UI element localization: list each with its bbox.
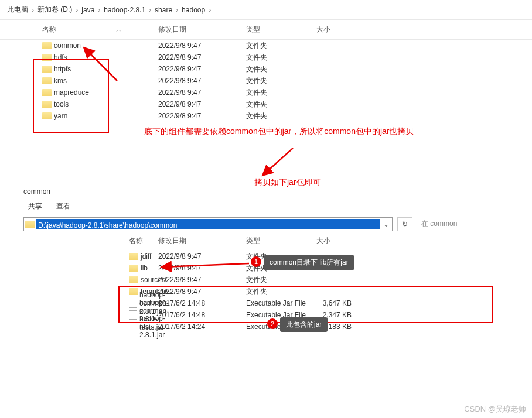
table-row[interactable]: httpfs 2022/9/8 9:47 文件夹: [0, 63, 532, 75]
column-name-header[interactable]: 名称: [0, 236, 152, 246]
chevron-right-icon: ›: [175, 6, 179, 14]
file-date: 2017/6/2 14:48: [152, 311, 240, 319]
file-date: 2017/6/2 14:24: [152, 323, 240, 331]
column-date-header[interactable]: 修改日期: [152, 25, 240, 35]
file-list-top: 名称 ︿ 修改日期 类型 大小 common 2022/9/8 9:47 文件夹…: [0, 20, 532, 122]
folder-icon: [129, 253, 138, 260]
file-name: httpfs: [54, 65, 71, 73]
callout-label-1: common目录下 lib所有jar: [264, 255, 354, 270]
file-name: jdiff: [141, 252, 151, 261]
tab-share[interactable]: 共享: [28, 201, 42, 211]
crumb-item[interactable]: share: [152, 5, 175, 15]
file-name: yarn: [54, 112, 67, 120]
tab-view[interactable]: 查看: [56, 201, 70, 211]
file-icon: [129, 322, 137, 331]
file-type: 文件夹: [240, 100, 311, 109]
file-type: 文件夹: [240, 64, 311, 74]
file-type: 文件夹: [240, 53, 311, 63]
chevron-down-icon[interactable]: ⌄: [380, 220, 392, 228]
file-date: 2022/9/8 9:47: [152, 77, 240, 85]
crumb-item[interactable]: hadoop-2.8.1: [101, 5, 148, 15]
file-list-bottom: 名称 修改日期 类型 大小 jdiff 2022/9/8 9:47 文件夹 li…: [0, 231, 532, 333]
bottom-explorer-window: common 共享 查看 D:\java\hadoop-2.8.1\share\…: [0, 180, 532, 333]
top-explorer-window: 此电脑 › 新加卷 (D:) › java › hadoop-2.8.1 › s…: [0, 0, 532, 122]
breadcrumb[interactable]: 此电脑 › 新加卷 (D:) › java › hadoop-2.8.1 › s…: [0, 0, 532, 20]
address-bar[interactable]: D:\java\hadoop-2.8.1\share\hadoop\common…: [23, 217, 393, 231]
file-type: 文件夹: [240, 287, 311, 297]
folder-icon: [129, 265, 138, 272]
table-header: 名称 ︿ 修改日期 类型 大小: [0, 20, 532, 40]
chevron-right-icon: ›: [97, 6, 101, 14]
folder-icon: [42, 89, 52, 96]
search-input[interactable]: 在 common: [417, 217, 523, 231]
table-header: 名称 修改日期 类型 大小: [0, 231, 532, 251]
address-bar-row: D:\java\hadoop-2.8.1\share\hadoop\common…: [0, 217, 532, 231]
file-date: 2022/9/8 9:47: [152, 53, 240, 61]
folder-icon: [42, 101, 52, 108]
svg-line-1: [264, 148, 293, 174]
file-name: mapreduce: [54, 88, 89, 97]
crumb-item[interactable]: 此电脑: [5, 4, 30, 16]
refresh-button[interactable]: ↻: [397, 217, 412, 231]
crumb-item[interactable]: hadoop: [179, 5, 207, 15]
table-row[interactable]: sources 2022/9/8 9:47 文件夹: [0, 274, 532, 286]
address-text[interactable]: D:\java\hadoop-2.8.1\share\hadoop\common: [36, 219, 380, 229]
file-name: hdfs: [54, 53, 67, 61]
table-row[interactable]: hadoop-nfs-2.8.1.jar 2017/6/2 14:24 Exec…: [0, 321, 532, 333]
watermark: CSDN @吴琼老师: [464, 404, 526, 414]
file-date: 2022/9/8 9:47: [152, 112, 240, 120]
file-date: 2022/9/8 9:47: [152, 252, 240, 261]
table-row[interactable]: common 2022/9/8 9:47 文件夹: [0, 40, 532, 52]
file-type: 文件夹: [240, 111, 311, 121]
column-type-header[interactable]: 类型: [240, 236, 311, 246]
file-name: tools: [54, 100, 69, 108]
file-date: 2022/9/8 9:47: [152, 276, 240, 284]
file-date: 2022/9/8 9:47: [152, 100, 240, 108]
file-date: 2022/9/8 9:47: [152, 264, 240, 272]
callout-label-2: 此包含的jar: [280, 317, 328, 332]
file-name: common: [54, 42, 81, 50]
column-type-header[interactable]: 类型: [240, 25, 311, 35]
callout-badge-1: 1: [251, 256, 261, 267]
chevron-right-icon: ›: [74, 6, 79, 14]
file-type: 文件夹: [240, 41, 311, 51]
folder-icon: [42, 66, 52, 73]
annotation-text: 底下的组件都需要依赖common包中的jar，所以将common包中的jar也拷…: [144, 126, 437, 137]
table-row[interactable]: hdfs 2022/9/8 9:47 文件夹: [0, 52, 532, 63]
file-name: kms: [54, 77, 67, 85]
folder-icon: [42, 42, 52, 49]
column-size-header[interactable]: 大小: [311, 25, 369, 35]
crumb-item[interactable]: 新加卷 (D:): [35, 4, 74, 16]
column-size-header[interactable]: 大小: [311, 236, 369, 246]
column-date-header[interactable]: 修改日期: [152, 236, 240, 246]
table-row[interactable]: kms 2022/9/8 9:47 文件夹: [0, 75, 532, 87]
file-name: lib: [141, 264, 148, 272]
callout-badge-2: 2: [267, 318, 278, 329]
file-date: 2022/9/8 9:47: [152, 88, 240, 97]
chevron-right-icon: ›: [148, 6, 152, 14]
annotation-arrow-icon: [252, 145, 299, 180]
file-type: Executable Jar File: [240, 299, 311, 307]
folder-icon: [129, 276, 138, 283]
window-title: common: [0, 180, 532, 198]
folder-icon: [42, 54, 52, 61]
folder-icon: [24, 221, 36, 228]
crumb-item[interactable]: java: [79, 5, 97, 15]
folder-icon: [42, 77, 52, 84]
file-type: 文件夹: [240, 76, 311, 86]
table-row[interactable]: mapreduce 2022/9/8 9:47 文件夹: [0, 87, 532, 98]
file-size: 3,647 KB: [311, 299, 369, 307]
annotation-area: 底下的组件都需要依赖common包中的jar，所以将common包中的jar也拷…: [0, 122, 532, 180]
refresh-icon: ↻: [402, 220, 408, 228]
chevron-right-icon: ›: [207, 6, 212, 14]
file-date: 2022/9/8 9:47: [152, 65, 240, 73]
table-row[interactable]: tools 2022/9/8 9:47 文件夹: [0, 98, 532, 110]
sort-chevron-icon: ︿: [116, 26, 122, 34]
folder-icon: [42, 112, 52, 119]
chevron-right-icon: ›: [30, 6, 35, 14]
table-row[interactable]: yarn 2022/9/8 9:47 文件夹: [0, 110, 532, 122]
file-date: 2022/9/8 9:47: [152, 42, 240, 50]
file-type: 文件夹: [240, 275, 311, 285]
column-name-header[interactable]: 名称: [0, 25, 152, 35]
file-type: 文件夹: [240, 88, 311, 98]
